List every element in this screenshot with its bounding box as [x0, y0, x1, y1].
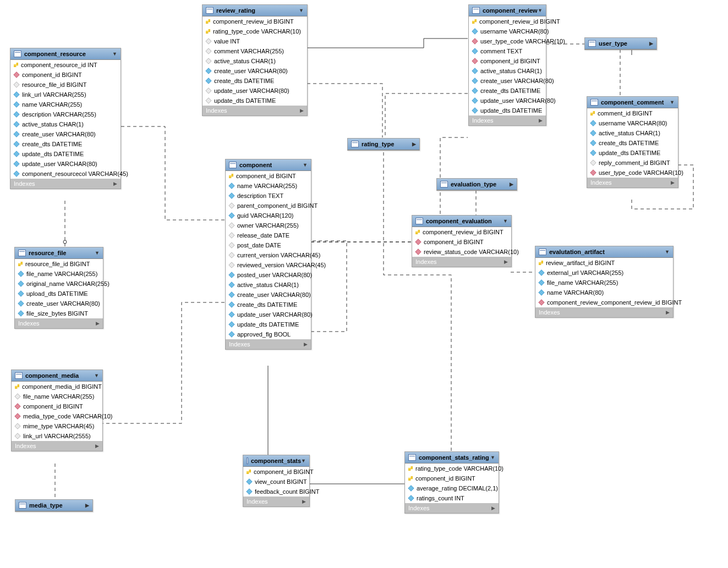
column-row[interactable]: reply_comment_id BIGINT [587, 158, 678, 168]
column-row[interactable]: rating_type_code VARCHAR(10) [202, 26, 307, 36]
chevron-right-icon[interactable]: ▶ [302, 499, 306, 504]
chevron-down-icon[interactable]: ▼ [95, 250, 100, 256]
indexes-row[interactable]: Indexes▶ [15, 318, 103, 328]
chevron-right-icon[interactable]: ▶ [491, 505, 495, 511]
column-row[interactable]: update_user VARCHAR(80) [202, 86, 307, 96]
column-row[interactable]: review_artifact_id BIGINT [535, 258, 673, 268]
column-row[interactable]: username VARCHAR(80) [469, 26, 546, 36]
indexes-row[interactable]: Indexes▶ [405, 503, 499, 513]
column-row[interactable]: component_resourcecol VARCHAR(45) [10, 169, 121, 179]
chevron-right-icon[interactable]: ▶ [539, 118, 543, 123]
chevron-right-icon[interactable]: ▶ [412, 141, 416, 147]
column-row[interactable]: component_id BIGINT [469, 56, 546, 66]
column-row[interactable]: name VARCHAR(255) [226, 181, 311, 191]
column-row[interactable]: active_status CHAR(1) [469, 66, 546, 76]
column-row[interactable]: average_rating DECIMAL(2,1) [405, 483, 499, 493]
column-row[interactable]: create_user VARCHAR(80) [469, 76, 546, 86]
column-row[interactable]: create_dts DATETIME [469, 86, 546, 96]
chevron-right-icon[interactable]: ▶ [510, 181, 513, 187]
chevron-down-icon[interactable]: ▼ [670, 100, 675, 105]
column-row[interactable]: user_type_code VARCHAR(10) [587, 168, 678, 178]
table-evalutation_artifact[interactable]: evalutation_artifact▼review_artifact_id … [535, 246, 674, 318]
column-row[interactable]: update_user VARCHAR(80) [226, 310, 311, 319]
table-rating_type[interactable]: rating_type▶ [347, 138, 420, 151]
column-row[interactable]: component_id BIGINT [12, 401, 102, 411]
column-row[interactable]: resource_file_id BIGINT [15, 259, 103, 269]
chevron-right-icon[interactable]: ▶ [649, 41, 653, 46]
column-row[interactable]: description TEXT [226, 191, 311, 201]
table-component_stats[interactable]: component_stats▼component_id BIGINTview_… [243, 455, 310, 507]
column-row[interactable]: current_version VARCHAR(45) [226, 250, 311, 260]
column-row[interactable]: value INT [202, 36, 307, 46]
table-header[interactable]: review_rating▼ [202, 5, 307, 16]
column-row[interactable]: active_status CHAR(1) [226, 280, 311, 290]
column-row[interactable]: update_dts DATETIME [10, 149, 121, 159]
column-row[interactable]: release_date DATE [226, 230, 311, 240]
table-header[interactable]: component_evaluation▼ [412, 216, 511, 227]
column-row[interactable]: update_user VARCHAR(80) [469, 96, 546, 106]
column-row[interactable]: component_media_id BIGINT [12, 382, 102, 391]
column-row[interactable]: parent_component_id BIGINT [226, 201, 311, 211]
chevron-down-icon[interactable]: ▼ [665, 249, 670, 255]
chevron-right-icon[interactable]: ▶ [671, 180, 675, 185]
column-row[interactable]: description VARCHAR(255) [10, 109, 121, 119]
column-row[interactable]: active_status CHAR(1) [202, 56, 307, 66]
table-header[interactable]: component_media▼ [12, 370, 102, 382]
chevron-right-icon[interactable]: ▶ [504, 259, 508, 264]
column-row[interactable]: link_url VARCHAR(255) [10, 90, 121, 100]
column-row[interactable]: update_dts DATETIME [587, 148, 678, 158]
chevron-right-icon[interactable]: ▶ [300, 108, 304, 113]
chevron-down-icon[interactable]: ▼ [503, 218, 508, 224]
column-row[interactable]: file_name VARCHAR(255) [535, 278, 673, 288]
column-row[interactable]: rating_type_code VARCHAR(10) [405, 464, 499, 473]
column-row[interactable]: create_dts DATETIME [202, 76, 307, 86]
column-row[interactable]: resource_file_id BIGINT [10, 80, 121, 90]
chevron-right-icon[interactable]: ▶ [85, 503, 89, 508]
table-header[interactable]: resource_file▼ [15, 247, 103, 259]
table-header[interactable]: component▼ [226, 159, 311, 171]
indexes-row[interactable]: Indexes▶ [412, 257, 511, 267]
column-row[interactable]: component_id BIGINT [243, 467, 309, 477]
column-row[interactable]: create_dts DATETIME [10, 139, 121, 149]
table-header[interactable]: component_resource▼ [10, 48, 121, 60]
column-row[interactable]: update_dts DATETIME [202, 96, 307, 106]
chevron-down-icon[interactable]: ▼ [301, 458, 306, 464]
column-row[interactable]: user_type_code VARCHAR(10) [469, 36, 546, 46]
table-component_review[interactable]: component_review▼component_review_id BIG… [468, 4, 546, 126]
table-header[interactable]: component_stats_rating▼ [405, 452, 499, 464]
column-row[interactable]: create_dts DATETIME [587, 138, 678, 148]
column-row[interactable]: active_status CHAR(1) [587, 128, 678, 138]
column-row[interactable]: ratings_count INT [405, 493, 499, 503]
column-row[interactable]: component_review_component_review_id BIG… [535, 297, 673, 307]
table-header[interactable]: user_type▶ [585, 38, 656, 49]
table-header[interactable]: rating_type▶ [348, 139, 419, 150]
table-component[interactable]: component▼component_id BIGINTname VARCHA… [225, 159, 311, 350]
column-row[interactable]: component_id BIGINT [10, 70, 121, 80]
column-row[interactable]: component_review_id BIGINT [469, 16, 546, 26]
table-component_evaluation[interactable]: component_evaluation▼component_review_id… [412, 215, 512, 267]
column-row[interactable]: update_user VARCHAR(80) [10, 159, 121, 169]
column-row[interactable]: feedback_count BIGINT [243, 487, 309, 497]
chevron-right-icon[interactable]: ▶ [96, 321, 100, 326]
column-row[interactable]: name VARCHAR(80) [535, 288, 673, 297]
column-row[interactable]: component_id BIGINT [405, 473, 499, 483]
column-row[interactable]: posted_user VARCHAR(80) [226, 270, 311, 280]
table-header[interactable]: media_type▶ [15, 500, 92, 511]
table-component_media[interactable]: component_media▼component_media_id BIGIN… [11, 370, 103, 451]
table-header[interactable]: component_stats▼ [243, 455, 309, 467]
column-row[interactable]: view_count BIGINT [243, 477, 309, 487]
column-row[interactable]: comment VARCHAR(255) [202, 46, 307, 56]
indexes-row[interactable]: Indexes▶ [226, 339, 311, 349]
column-row[interactable]: original_name VARCHAR(255) [15, 279, 103, 289]
column-row[interactable]: component_id BIGINT [226, 171, 311, 181]
column-row[interactable]: update_dts DATETIME [469, 106, 546, 115]
column-row[interactable]: component_review_id BIGINT [202, 16, 307, 26]
indexes-row[interactable]: Indexes▶ [10, 179, 121, 189]
chevron-right-icon[interactable]: ▶ [113, 181, 117, 186]
column-row[interactable]: post_date DATE [226, 240, 311, 250]
column-row[interactable]: create_dts DATETIME [226, 300, 311, 310]
column-row[interactable]: component_review_id BIGINT [412, 227, 511, 237]
column-row[interactable]: component_id BIGINT [412, 237, 511, 247]
table-evaluation_type[interactable]: evaluation_type▶ [436, 178, 517, 191]
indexes-row[interactable]: Indexes▶ [243, 497, 309, 506]
